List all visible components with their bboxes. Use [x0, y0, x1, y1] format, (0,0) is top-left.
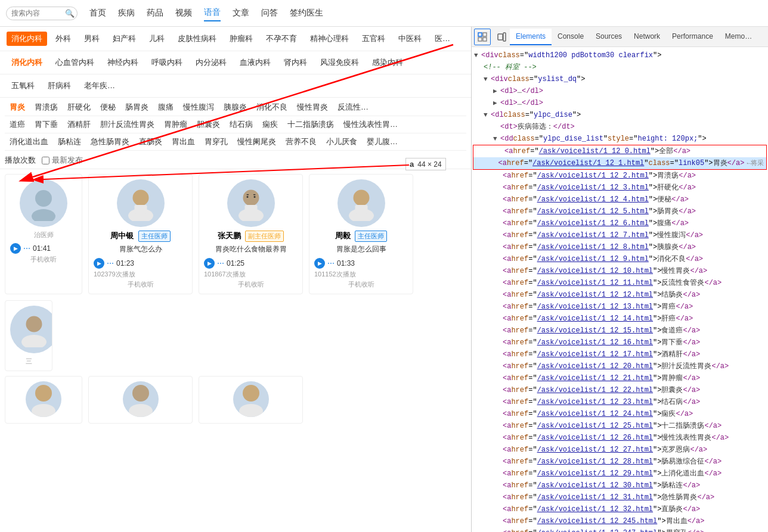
dom-tree[interactable]: ▼ <div class="width1200 pdBottom30 clear… [472, 47, 768, 532]
nav-qa[interactable]: 问答 [261, 5, 278, 21]
link-href-32[interactable]: /ask/voicelist/1_12_32.html [537, 504, 653, 515]
dom-line-link-4[interactable]: <a href="/ask/voicelist/1_12_4.html">便秘<… [472, 194, 768, 206]
dom-line-dt[interactable]: <dt>疾病筛选：</dt> [472, 121, 768, 133]
cat-dermatology[interactable]: 皮肤性病科 [173, 32, 221, 46]
dom-line-link-1[interactable]: <a href="/ask/voicelist/1_12_1.html" cla… [473, 157, 766, 169]
link-href-26[interactable]: /ask/voicelist/1_12_26.html [537, 433, 653, 443]
search-input[interactable] [11, 9, 65, 17]
phone-listen-0[interactable]: 手机收听 [10, 255, 77, 264]
dom-line-dl-1[interactable]: ▶ <dl>…</dl> [472, 85, 768, 97]
element-picker-button[interactable] [474, 29, 491, 45]
cat-pediatrics[interactable]: 儿科 [144, 32, 169, 46]
device-toolbar-button[interactable] [493, 29, 510, 45]
dom-line-link-15[interactable]: <a href="/ask/voicelist/1_12_15.html">食道… [472, 325, 768, 337]
disease-cancer[interactable]: 道癌 [5, 118, 30, 131]
link-href-29[interactable]: /ask/voicelist/1_12_29.html [537, 468, 653, 479]
disease-bile-reflux[interactable]: 胆汁反流性胃炎 [95, 118, 159, 131]
cat-more[interactable]: 医… [430, 32, 455, 46]
link-href-11[interactable]: /ask/voicelist/1_12_11.html [537, 278, 653, 288]
dom-line-link-22[interactable]: <a href="/ask/voicelist/1_12_22.html">胆囊… [472, 384, 768, 396]
disease-acute-gastroenteritis[interactable]: 急性肠胃炎 [86, 135, 134, 148]
link-href-8[interactable]: /ask/voicelist/1_12_8.html [537, 242, 649, 253]
link-href-5[interactable]: /ask/voicelist/1_12_5.html [537, 206, 649, 217]
dom-line-link-27[interactable]: <a href="/ask/voicelist/1_12_27.html">克罗… [472, 444, 768, 456]
disease-pancreatitis[interactable]: 胰腺炎 [219, 101, 252, 114]
dom-line-link-16[interactable]: <a href="/ask/voicelist/1_12_16.html">胃下… [472, 337, 768, 349]
disease-chronic-appendicitis[interactable]: 慢性阑尾炎 [233, 135, 281, 148]
dom-line-link-20[interactable]: <a href="/ask/voicelist/1_12_20.html">胆汁… [472, 360, 768, 372]
disease-stones[interactable]: 结石病 [225, 118, 258, 131]
cat-male[interactable]: 男科 [79, 32, 104, 46]
disease-malnutrition[interactable]: 营养不良 [281, 135, 321, 148]
subcat-cardio[interactable]: 心血管内科 [51, 55, 99, 70]
cat-psychology[interactable]: 精神心理科 [305, 32, 354, 46]
toggle-yslist[interactable]: ▼ [484, 74, 491, 85]
audio-play-icon-3[interactable]: ▶ [314, 258, 325, 269]
dom-line-link-245[interactable]: <a href="/ask/voicelist/1_12_245.html">胃… [472, 515, 768, 527]
subcat-kidney[interactable]: 肾内科 [279, 55, 312, 70]
disease-abdominal-pain[interactable]: 腹痛 [153, 101, 178, 114]
sort-play-count[interactable]: 播放次数 [5, 155, 36, 166]
disease-ulcer[interactable]: 胃溃疡 [30, 101, 63, 114]
toggle-dl2[interactable]: ▶ [493, 98, 500, 108]
dom-line-link-9[interactable]: <a href="/ask/voicelist/1_12_9.html">消化不… [472, 253, 768, 265]
disease-infant[interactable]: 婴儿腹… [362, 135, 402, 148]
dom-line-link-12[interactable]: <a href="/ask/voicelist/1_12_12.html">结肠… [472, 289, 768, 301]
cat-surgical[interactable]: 外科 [51, 32, 76, 46]
dom-line-link-29[interactable]: <a href="/ask/voicelist/1_12_29.html">上消… [472, 468, 768, 480]
phone-listen-3[interactable]: 手机收听 [314, 280, 408, 289]
disease-alcoholic-liver[interactable]: 酒精肝 [63, 118, 95, 131]
link-href-27[interactable]: /ask/voicelist/1_12_27.html [537, 444, 653, 455]
dom-line-link-2[interactable]: <a href="/ask/voicelist/1_12_2.html">胃溃疡… [472, 170, 768, 182]
cat-obstetrics[interactable]: 妇产科 [108, 32, 141, 46]
dom-line-link-24[interactable]: <a href="/ask/voicelist/1_12_24.html">痫疾… [472, 408, 768, 420]
toggle-ylpc[interactable]: ▼ [484, 110, 491, 120]
disease-chronic-gastritis[interactable]: 慢性胃炎 [292, 101, 333, 114]
dom-line-link-21[interactable]: <a href="/ask/voicelist/1_12_21.html">胃肿… [472, 372, 768, 384]
link-href-12[interactable]: /ask/voicelist/1_12_12.html [537, 290, 653, 300]
disease-perforation[interactable]: 胃穿孔 [200, 135, 233, 148]
dom-line-link-25[interactable]: <a href="/ask/voicelist/1_12_25.html">十二… [472, 420, 768, 432]
nav-home[interactable]: 首页 [89, 5, 106, 21]
link-href-24[interactable]: /ask/voicelist/1_12_24.html [537, 409, 653, 419]
disease-gastritis[interactable]: 胃炎 [5, 101, 30, 114]
dom-line-link-14[interactable]: <a href="/ask/voicelist/1_12_14.html">肝癌… [472, 313, 768, 325]
dom-line-link-0[interactable]: <a href="/ask/voicelist/1_12_0.html">全部<… [473, 145, 766, 157]
toggle-expand[interactable]: ▼ [474, 50, 481, 61]
dom-line-dl-ylpc[interactable]: ▼ <dl class="ylpc_dise"> [472, 109, 768, 121]
link-href-1[interactable]: /ask/voicelist/1_12_1.html [532, 158, 644, 169]
search-icon[interactable]: 🔍 [65, 9, 75, 18]
dom-line-dl-2[interactable]: ▶ <dl>…</dl> [472, 97, 768, 109]
dom-line-link-32[interactable]: <a href="/ask/voicelist/1_12_32.html">直肠… [472, 503, 768, 515]
dom-line-div-yslist[interactable]: ▼ <div class="yslist_dq"> [472, 73, 768, 85]
toggle-dd[interactable]: ▼ [493, 133, 500, 144]
newest-checkbox-label[interactable]: 最新发布 [42, 155, 83, 166]
dom-line-link-10[interactable]: <a href="/ask/voicelist/1_12_10.html">慢性… [472, 265, 768, 277]
disease-gastric-tumor[interactable]: 胃肿瘤 [159, 118, 192, 131]
nav-disease[interactable]: 疾病 [118, 5, 135, 21]
dom-line-link-3[interactable]: <a href="/ask/voicelist/1_12_3.html">肝硬化… [472, 182, 768, 194]
nav-voice[interactable]: 语音 [204, 5, 221, 21]
dom-line-div-width1200[interactable]: ▼ <div class="width1200 pdBottom30 clear… [472, 49, 768, 61]
subcat-resp[interactable]: 呼吸内科 [147, 55, 187, 70]
disease-enteritis[interactable]: 肠胃炎 [120, 101, 153, 114]
link-href-25[interactable]: /ask/voicelist/1_12_25.html [537, 421, 653, 431]
devtools-tab-sources[interactable]: Sources [590, 29, 628, 45]
devtools-tab-console[interactable]: Console [552, 29, 590, 45]
link-href-15[interactable]: /ask/voicelist/1_12_15.html [537, 325, 653, 336]
disease-epilepsy[interactable]: 痫疾 [258, 118, 283, 131]
disease-cholecystitis[interactable]: 胆囊炎 [192, 118, 225, 131]
disease-chronic-diarrhea[interactable]: 慢性腹泻 [178, 101, 219, 114]
cat-tcm[interactable]: 中医科 [394, 32, 426, 46]
link-href-10[interactable]: /ask/voicelist/1_12_10.html [537, 266, 653, 276]
dom-line-link-7[interactable]: <a href="/ask/voicelist/1_12_7.html">慢性腹… [472, 229, 768, 241]
nav-video[interactable]: 视频 [175, 5, 192, 21]
toggle-dl1[interactable]: ▶ [493, 86, 500, 97]
link-href-7[interactable]: /ask/voicelist/1_12_7.html [537, 230, 649, 241]
link-href-2[interactable]: /ask/voicelist/1_12_2.html [537, 170, 649, 181]
dom-line-link-8[interactable]: <a href="/ask/voicelist/1_12_8.html">胰腺炎… [472, 241, 768, 253]
phone-listen-1[interactable]: 手机收听 [94, 280, 187, 289]
search-box[interactable]: 🔍 [6, 7, 78, 20]
link-href-16[interactable]: /ask/voicelist/1_12_16.html [537, 337, 653, 348]
link-href-23[interactable]: /ask/voicelist/1_12_23.html [537, 397, 653, 407]
